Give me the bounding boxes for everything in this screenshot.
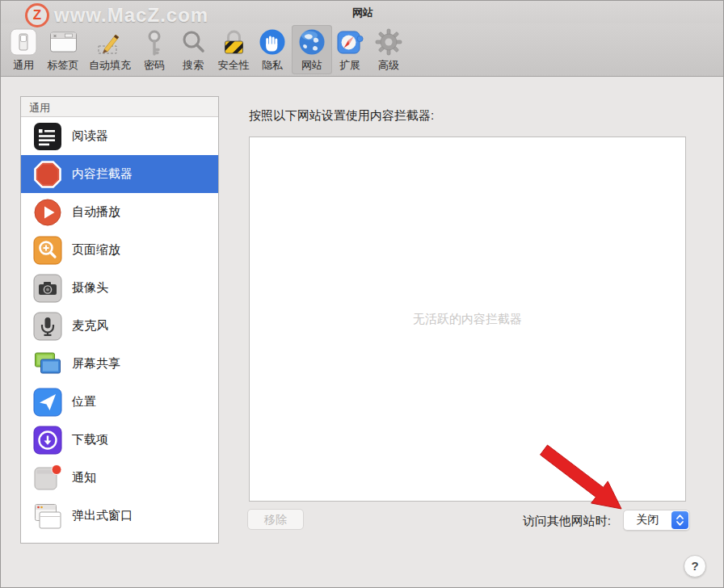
microphone-icon (33, 312, 62, 341)
sidebar-item-label: 通知 (72, 470, 96, 485)
magnifier-icon (179, 27, 208, 57)
popup-windows-icon (33, 502, 62, 531)
sidebar-item-notifications[interactable]: 通知 (21, 459, 218, 497)
websites-sidebar: 通用 阅读器 内容拦截器 自动播放 页面缩放 摄像头 麦克风 (20, 96, 219, 544)
sidebar-item-location[interactable]: 位置 (21, 383, 218, 421)
toolbar-label: 网站 (301, 58, 322, 73)
toolbar-item-security[interactable]: 安全性 (213, 25, 255, 74)
watermark-text: www.MacZ.com (54, 4, 208, 27)
padlock-icon (219, 27, 248, 57)
toolbar-label: 扩展 (339, 58, 360, 73)
sidebar-item-downloads[interactable]: 下载项 (21, 421, 218, 459)
toolbar-item-general[interactable]: 通用 (3, 25, 44, 74)
toolbar-label: 标签页 (48, 58, 79, 73)
other-websites-label: 访问其他网站时: (523, 514, 611, 529)
toolbar-label: 隐私 (262, 58, 283, 73)
puzzle-icon (335, 27, 364, 57)
websites-list[interactable]: 无活跃的内容拦截器 (249, 136, 686, 502)
sidebar-section-header: 通用 (21, 97, 218, 117)
sidebar-item-label: 下载项 (72, 432, 108, 447)
stop-octagon-icon (33, 160, 62, 189)
toolbar-item-tabs[interactable]: 标签页 (42, 25, 85, 74)
watermark: Z www.MacZ.com (25, 2, 208, 28)
camera-icon (33, 274, 62, 303)
toolbar-label: 高级 (378, 58, 399, 73)
toolbar-item-extensions[interactable]: 扩展 (330, 25, 370, 74)
sidebar-item-label: 摄像头 (72, 280, 108, 296)
sidebar-item-label: 麦克风 (72, 318, 108, 334)
sidebar-item-label: 内容拦截器 (72, 166, 133, 182)
tabs-icon (48, 27, 78, 57)
sidebar-item-content-blockers[interactable]: 内容拦截器 (21, 155, 218, 193)
sidebar-item-label: 页面缩放 (72, 242, 120, 258)
other-websites-popup[interactable]: 关闭 (623, 510, 690, 531)
preferences-toolbar: 通用 标签页 自动填充 密码 搜索 安全性 隐私 (1, 23, 724, 77)
sidebar-item-microphone[interactable]: 麦克风 (21, 307, 218, 345)
sidebar-item-screen-sharing[interactable]: 屏幕共享 (21, 345, 218, 383)
sidebar-item-label: 阅读器 (72, 128, 108, 144)
toolbar-label: 通用 (13, 58, 34, 73)
hand-icon (258, 27, 287, 57)
sidebar-item-label: 屏幕共享 (72, 356, 120, 372)
toolbar-item-websites[interactable]: 网站 (292, 25, 332, 74)
sidebar-item-popup-windows[interactable]: 弹出式窗口 (21, 497, 218, 535)
location-arrow-icon (33, 388, 62, 417)
screens-icon (33, 350, 62, 379)
toolbar-label: 密码 (144, 58, 165, 73)
notification-badge-icon (33, 464, 62, 493)
toolbar-label: 搜索 (183, 58, 204, 73)
sidebar-item-label: 位置 (72, 394, 96, 410)
sidebar-item-autoplay[interactable]: 自动播放 (21, 193, 218, 231)
toolbar-item-privacy[interactable]: 隐私 (252, 25, 293, 74)
switch-icon (9, 27, 38, 57)
toolbar-item-search[interactable]: 搜索 (173, 25, 213, 74)
sidebar-item-camera[interactable]: 摄像头 (21, 269, 218, 307)
toolbar-item-passwords[interactable]: 密码 (134, 25, 175, 74)
toolbar-label: 自动填充 (89, 58, 131, 73)
pencil-icon (95, 27, 124, 57)
play-circle-icon (33, 198, 62, 227)
globe-icon (297, 27, 326, 57)
safari-preferences-window: { "watermark": { "logo_letter": "Z", "te… (0, 0, 724, 588)
watermark-logo: Z (25, 3, 49, 27)
sidebar-item-label: 弹出式窗口 (72, 508, 133, 523)
toolbar-item-advanced[interactable]: 高级 (368, 25, 409, 74)
sidebar-item-reader[interactable]: 阅读器 (21, 117, 218, 155)
popup-selected-value: 关闭 (624, 513, 671, 527)
sidebar-item-label: 自动播放 (72, 204, 120, 220)
popup-stepper-icon (671, 511, 688, 529)
sidebar-item-page-zoom[interactable]: 页面缩放 (21, 231, 218, 269)
gear-icon (374, 27, 403, 57)
toolbar-label: 安全性 (218, 58, 250, 73)
key-icon (140, 27, 169, 57)
zoom-magnifier-icon (33, 236, 62, 265)
reader-icon (33, 122, 62, 151)
content-blockers-heading: 按照以下网站设置使用内容拦截器: (249, 108, 434, 124)
download-circle-icon (33, 426, 62, 455)
empty-list-message: 无活跃的内容拦截器 (250, 312, 685, 327)
help-button[interactable]: ? (684, 555, 706, 578)
toolbar-item-autofill[interactable]: 自动填充 (83, 25, 137, 74)
remove-button[interactable]: 移除 (247, 509, 304, 530)
